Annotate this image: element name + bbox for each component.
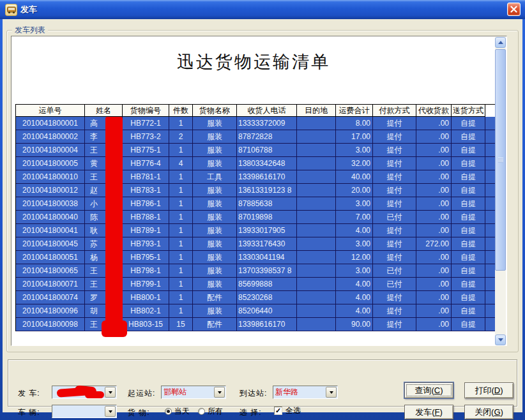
table-cell: 服装 <box>193 251 237 264</box>
table-row[interactable]: 2010041800096胡HB802-11服装852064404.00提付.0… <box>16 304 496 318</box>
window-title: 发车 <box>20 4 37 15</box>
table-row[interactable]: 2010041800071王HB799-11服装856998884.00已付.0… <box>16 278 496 291</box>
table-cell: 自提 <box>452 291 485 304</box>
table-row[interactable]: 2010041800002李HB773-22服装8787282817.00提付.… <box>16 130 496 144</box>
table-cell: 服装 <box>193 130 237 144</box>
vehicle-label: 车 辆: <box>18 407 40 418</box>
radio-today[interactable]: 当天 <box>165 406 190 417</box>
table-cell: 自提 <box>452 264 485 278</box>
select-all-checkbox[interactable]: ✓ 全选 <box>274 405 301 416</box>
query-button[interactable]: 查询(C) <box>404 382 453 398</box>
table-cell: 2010041800071 <box>16 278 85 291</box>
table-cell: 13703398537 8 <box>237 264 297 278</box>
list-area: 迅达货物运输清单 运单号姓名货物编号件数货物名称收货人电话目的地运费合计付款方式… <box>11 36 507 346</box>
table-cell: HB795-1 <box>123 251 169 264</box>
table-cell: 40.00 <box>336 170 373 184</box>
table-cell: HB803-15 <box>123 318 169 331</box>
table-cell: 2010041800051 <box>16 251 85 264</box>
table-cell: 13933176430 <box>237 237 297 251</box>
table-cell <box>297 237 336 251</box>
close-window-button[interactable]: 关闭(G) <box>464 405 514 419</box>
dropdown-arrow-icon[interactable] <box>105 406 116 417</box>
table-cell: 7.00 <box>336 211 373 224</box>
vehicle-combo[interactable] <box>52 405 117 418</box>
table-row[interactable]: 2010041800074罗HB800-11配件852302684.00提付.0… <box>16 291 496 304</box>
truck-app-icon <box>5 4 17 16</box>
table-cell: 配件 <box>193 318 237 331</box>
arrival-station-combo[interactable]: 新华路 <box>273 386 338 399</box>
table-row[interactable]: 2010041800051杨HB795-11服装1330304119412.00… <box>16 251 496 264</box>
table-cell: 服装 <box>193 157 237 170</box>
table-cell: 服装 <box>193 237 237 251</box>
table-cell: HB775-1 <box>123 144 169 157</box>
table-row[interactable]: 2010041800010王HB781-11工具1339861617040.00… <box>16 170 496 184</box>
column-header: 姓名 <box>85 105 123 117</box>
redaction-overlay <box>105 117 123 336</box>
table-cell: 自提 <box>452 197 485 211</box>
table-cell: .00 <box>416 251 452 264</box>
table-cell: 3.00 <box>336 264 373 278</box>
table-cell: 12.00 <box>336 251 373 264</box>
table-row[interactable]: 2010041800012赵HB783-11服装13613319123 820.… <box>16 184 496 197</box>
title-bar[interactable]: 发车 <box>0 0 525 19</box>
table-cell: 1 <box>169 170 193 184</box>
table-cell: 17.00 <box>336 130 373 144</box>
table-cell: 2010041800041 <box>16 224 85 237</box>
close-button[interactable] <box>507 3 521 16</box>
table-cell: 服装 <box>193 211 237 224</box>
dropdown-arrow-icon[interactable] <box>214 387 225 398</box>
table-cell: HB773-2 <box>123 130 169 144</box>
dispatch-form-panel: 发 车: 起运站: 邯郸站 到达站: 新华路 车 辆: 货 物: <box>8 359 517 407</box>
table-cell: 已付 <box>373 211 416 224</box>
table-row[interactable]: 2010041800005黄HB776-44服装1380334264832.00… <box>16 157 496 170</box>
origin-station-value: 邯郸站 <box>162 387 214 398</box>
origin-label: 起运站: <box>128 388 155 399</box>
vertical-scrollbar[interactable] <box>495 37 506 345</box>
table-row[interactable]: 2010041800041耿HB789-11服装139330179054.00提… <box>16 224 496 237</box>
select-all-label: 全选 <box>285 405 301 416</box>
scrollbar-thumb[interactable] <box>495 49 506 271</box>
table-cell: HB788-1 <box>123 211 169 224</box>
table-cell: 提付 <box>373 251 416 264</box>
table-cell: 85206440 <box>237 304 297 318</box>
table-cell: 1 <box>169 291 193 304</box>
table-cell <box>297 224 336 237</box>
table-cell <box>297 117 336 130</box>
table-cell: 服装 <box>193 304 237 318</box>
table-cell: 1 <box>169 144 193 157</box>
table-cell <box>297 304 336 318</box>
table-cell: 自提 <box>452 170 485 184</box>
dropdown-arrow-icon[interactable] <box>326 387 337 398</box>
table-row[interactable]: 2010041800040陈HB788-11服装870198987.00已付.0… <box>16 211 496 224</box>
table-cell: HB776-4 <box>123 157 169 170</box>
scroll-down-button[interactable] <box>495 334 506 345</box>
depart-button[interactable]: 发车(F) <box>404 405 453 419</box>
radio-all[interactable]: 所有 <box>198 406 223 417</box>
redaction-scribble <box>57 386 107 400</box>
table-cell: 4.00 <box>336 291 373 304</box>
table-cell: 20.00 <box>336 184 373 197</box>
column-header: 货物名称 <box>193 105 237 117</box>
table-cell: 自提 <box>452 224 485 237</box>
table-row[interactable]: 2010041800038小HB786-11服装878856383.00提付.0… <box>16 197 496 211</box>
table-row[interactable]: 2010041800001高HB772-11服装133333720098.00提… <box>16 117 496 130</box>
manifest-title: 迅达货物运输清单 <box>11 50 496 73</box>
table-row[interactable]: 2010041800065王HB798-11服装13703398537 83.0… <box>16 264 496 278</box>
table-cell: 1 <box>169 197 193 211</box>
table-cell: 服装 <box>193 144 237 157</box>
print-button[interactable]: 打印(D) <box>464 382 514 398</box>
table-cell: 1 <box>169 237 193 251</box>
origin-station-combo[interactable]: 邯郸站 <box>161 386 226 399</box>
table-cell <box>297 130 336 144</box>
radio-all-label: 所有 <box>208 406 223 417</box>
table-cell: 2010041800038 <box>16 197 85 211</box>
scroll-up-button[interactable] <box>495 37 506 48</box>
table-cell <box>297 264 336 278</box>
table-row[interactable]: 2010041800045苏HB793-11服装139331764303.00提… <box>16 237 496 251</box>
table-row[interactable]: 2010041800098王HB803-1515配件1339861617090.… <box>16 318 496 331</box>
table-row[interactable]: 2010041800004王HB775-11服装871067883.00提付.0… <box>16 144 496 157</box>
table-cell: 87106788 <box>237 144 297 157</box>
table-cell: 2010041800001 <box>16 117 85 130</box>
table-cell: 13333372009 <box>237 117 297 130</box>
table-cell: 提付 <box>373 184 416 197</box>
